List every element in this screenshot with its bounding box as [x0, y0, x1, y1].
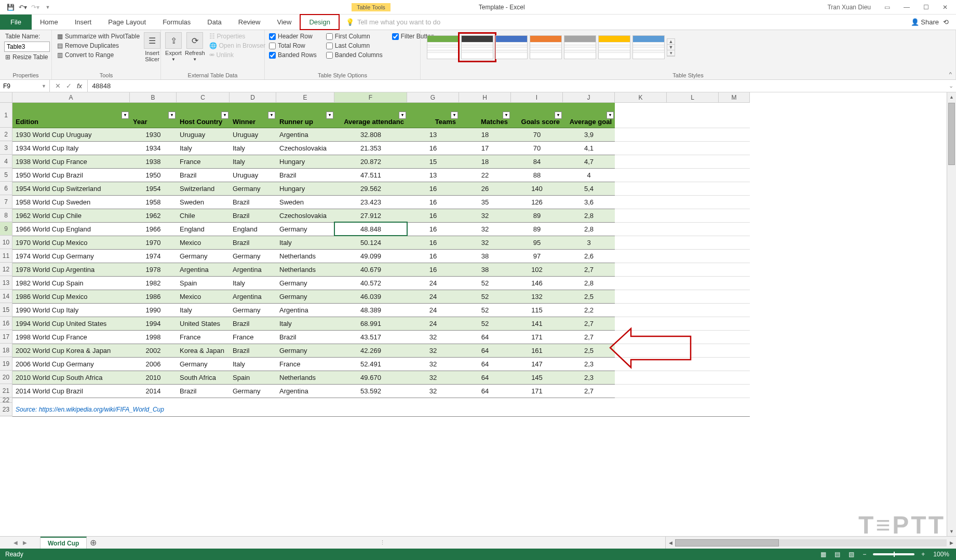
- cell[interactable]: 49.099: [334, 249, 407, 263]
- cell[interactable]: 24: [407, 317, 459, 330]
- cell[interactable]: 32: [407, 357, 459, 371]
- save-icon[interactable]: 💾: [5, 2, 16, 12]
- cell[interactable]: [719, 357, 750, 371]
- row-header-23[interactable]: 23: [0, 403, 12, 416]
- cell[interactable]: 1974 World Cup Germany: [12, 249, 130, 263]
- cell[interactable]: [667, 303, 719, 317]
- cell[interactable]: [667, 249, 719, 263]
- cell[interactable]: 32: [407, 344, 459, 357]
- cell[interactable]: 16: [407, 195, 459, 209]
- table-style-thumb[interactable]: [495, 35, 528, 59]
- cell[interactable]: Argentina: [276, 303, 334, 317]
- filter-icon[interactable]: ▾: [268, 112, 275, 119]
- row-header-20[interactable]: 20: [0, 371, 12, 384]
- cell[interactable]: [719, 195, 750, 209]
- cell[interactable]: 18: [459, 155, 511, 168]
- cell[interactable]: 146: [511, 276, 563, 290]
- cell[interactable]: 88: [511, 168, 563, 182]
- cell[interactable]: Brazil: [177, 168, 230, 182]
- cell[interactable]: Runner up▾: [276, 103, 334, 128]
- filter-icon[interactable]: ▾: [168, 112, 176, 119]
- cell[interactable]: 2,7: [563, 263, 615, 276]
- cell[interactable]: 2006 World Cup Germany: [12, 357, 130, 371]
- cell[interactable]: [667, 103, 719, 128]
- cell[interactable]: [177, 398, 230, 403]
- cell[interactable]: England: [230, 222, 276, 236]
- cell[interactable]: 145: [511, 371, 563, 384]
- refresh-button[interactable]: ⟳ Refresh▼: [185, 32, 205, 62]
- cancel-formula-icon[interactable]: ✕: [53, 82, 63, 90]
- cell[interactable]: 43.517: [334, 330, 407, 344]
- cell[interactable]: 2,3: [563, 371, 615, 384]
- insert-slicer-button[interactable]: ☰ InsertSlicer: [144, 32, 160, 62]
- tab-formulas[interactable]: Formulas: [154, 15, 199, 30]
- cell[interactable]: Italy: [230, 155, 276, 168]
- cell[interactable]: [130, 398, 177, 403]
- cell[interactable]: 70: [511, 128, 563, 141]
- cell[interactable]: 2002: [130, 344, 177, 357]
- cell[interactable]: [719, 371, 750, 384]
- cell[interactable]: Brazil: [230, 344, 276, 357]
- cell[interactable]: 1934: [130, 141, 177, 155]
- filter-icon[interactable]: ▾: [451, 112, 458, 119]
- cell[interactable]: [615, 182, 667, 195]
- cell[interactable]: Italy: [177, 303, 230, 317]
- tell-me-search[interactable]: 💡 Tell me what you want to do: [340, 15, 440, 30]
- cell[interactable]: [667, 263, 719, 276]
- cell[interactable]: Switzerland: [177, 182, 230, 195]
- zoom-out-icon[interactable]: −: [861, 551, 868, 558]
- cell[interactable]: Average goal▾: [563, 103, 615, 128]
- col-header-C[interactable]: C: [177, 92, 230, 102]
- cell[interactable]: 1950 World Cup Brazil: [12, 168, 130, 182]
- cell[interactable]: South Africa: [177, 371, 230, 384]
- cell[interactable]: Uruguay: [230, 128, 276, 141]
- resize-table-button[interactable]: ⊞Resize Table: [4, 53, 50, 61]
- cell[interactable]: 89: [511, 209, 563, 222]
- style-gallery-more[interactable]: ▲▼▾: [667, 38, 675, 57]
- total-row-checkbox[interactable]: Total Row: [269, 42, 317, 50]
- cell[interactable]: 3: [563, 236, 615, 249]
- cell[interactable]: [615, 222, 667, 236]
- filter-icon[interactable]: ▾: [607, 112, 614, 119]
- cell[interactable]: [719, 168, 750, 182]
- cell[interactable]: Sweden: [276, 195, 334, 209]
- last-column-checkbox[interactable]: Last Column: [326, 42, 383, 50]
- cell[interactable]: 15: [407, 155, 459, 168]
- cell[interactable]: 32: [407, 330, 459, 344]
- cell[interactable]: Germany: [177, 249, 230, 263]
- cell[interactable]: 1990 World Cup Italy: [12, 303, 130, 317]
- cell[interactable]: [719, 141, 750, 155]
- close-icon[interactable]: ✕: [939, 3, 951, 12]
- row-header-14[interactable]: 14: [0, 290, 12, 303]
- cell[interactable]: [719, 290, 750, 303]
- cell[interactable]: 2,7: [563, 384, 615, 398]
- row-header-9[interactable]: 9: [0, 222, 12, 236]
- minimize-icon[interactable]: —: [900, 3, 913, 12]
- cell[interactable]: 23.423: [334, 195, 407, 209]
- filter-icon[interactable]: ▾: [326, 112, 333, 119]
- cell[interactable]: 38: [459, 263, 511, 276]
- row-header-19[interactable]: 19: [0, 357, 12, 371]
- name-box[interactable]: F9▼: [0, 80, 50, 92]
- cell[interactable]: [719, 209, 750, 222]
- cell[interactable]: 1986: [130, 290, 177, 303]
- col-header-M[interactable]: M: [719, 92, 750, 102]
- cells-area[interactable]: Edition▾Year▾Host Country▾Winner▾Runner …: [12, 103, 750, 417]
- cell[interactable]: Brazil: [276, 330, 334, 344]
- cell[interactable]: [667, 155, 719, 168]
- cell[interactable]: France: [177, 330, 230, 344]
- cell[interactable]: 32: [459, 222, 511, 236]
- cell[interactable]: 16: [407, 209, 459, 222]
- filter-icon[interactable]: ▾: [221, 112, 228, 119]
- cell[interactable]: [615, 236, 667, 249]
- row-header-18[interactable]: 18: [0, 344, 12, 357]
- cell[interactable]: 1978: [130, 263, 177, 276]
- cell[interactable]: [615, 195, 667, 209]
- cell[interactable]: 40.572: [334, 276, 407, 290]
- cell[interactable]: [667, 357, 719, 371]
- cell[interactable]: [615, 384, 667, 398]
- cell[interactable]: 64: [459, 344, 511, 357]
- cell[interactable]: Germany: [230, 182, 276, 195]
- cell[interactable]: [615, 263, 667, 276]
- cell[interactable]: Argentina: [276, 128, 334, 141]
